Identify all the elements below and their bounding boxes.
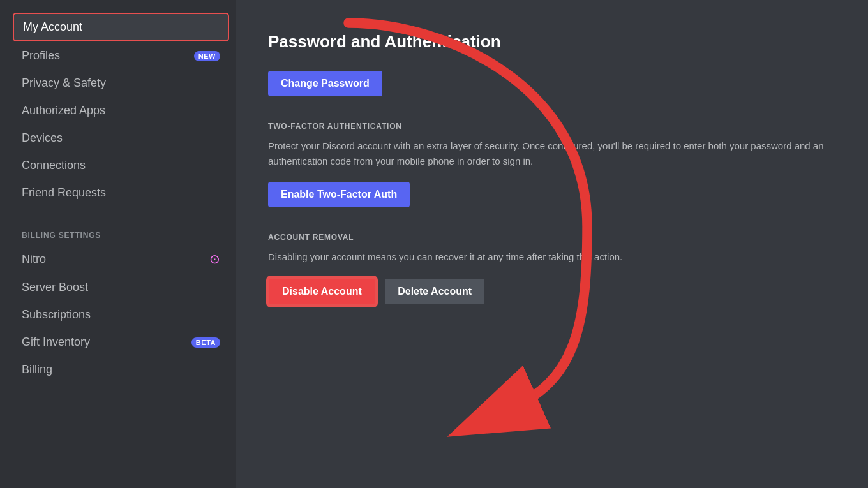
sidebar-item-label: Nitro — [22, 253, 209, 266]
two-factor-description: Protect your Discord account with an ext… — [268, 138, 836, 169]
sidebar-item-gift-inventory[interactable]: Gift Inventory BETA — [13, 329, 229, 355]
sidebar: My Account Profiles NEW Privacy & Safety… — [0, 0, 236, 488]
sidebar-item-authorized-apps[interactable]: Authorized Apps — [13, 98, 229, 124]
sidebar-item-privacy-safety[interactable]: Privacy & Safety — [13, 70, 229, 96]
account-removal-header: ACCOUNT REMOVAL — [268, 233, 836, 242]
sidebar-item-label: Authorized Apps — [22, 104, 220, 117]
change-password-button[interactable]: Change Password — [268, 71, 382, 96]
delete-account-button[interactable]: Delete Account — [385, 279, 484, 304]
disable-account-button[interactable]: Disable Account — [268, 277, 376, 306]
sidebar-item-subscriptions[interactable]: Subscriptions — [13, 302, 229, 328]
sidebar-item-label: Privacy & Safety — [22, 77, 220, 90]
sidebar-item-label: Friend Requests — [22, 186, 220, 200]
two-factor-section: TWO-FACTOR AUTHENTICATION Protect your D… — [268, 122, 836, 207]
sidebar-item-label: Billing — [22, 363, 220, 376]
sidebar-item-label: Server Boost — [22, 281, 220, 294]
account-removal-buttons: Disable Account Delete Account — [268, 277, 836, 306]
badge-beta: BETA — [191, 337, 220, 348]
page-title: Password and Authentication — [268, 32, 836, 52]
sidebar-item-label: Subscriptions — [22, 308, 220, 322]
sidebar-item-label: Profiles — [22, 49, 194, 63]
account-removal-section: ACCOUNT REMOVAL Disabling your account m… — [268, 233, 836, 306]
sidebar-item-nitro[interactable]: Nitro ⊙ — [13, 245, 229, 273]
two-factor-header: TWO-FACTOR AUTHENTICATION — [268, 122, 836, 131]
sidebar-item-label: Devices — [22, 131, 220, 145]
change-password-section: Change Password — [268, 71, 836, 96]
sidebar-item-profiles[interactable]: Profiles NEW — [13, 43, 229, 69]
sidebar-item-my-account[interactable]: My Account — [13, 13, 229, 41]
sidebar-item-connections[interactable]: Connections — [13, 152, 229, 179]
sidebar-item-label: My Account — [23, 20, 219, 34]
sidebar-item-billing[interactable]: Billing — [13, 357, 229, 383]
badge-new: NEW — [194, 51, 220, 61]
account-removal-description: Disabling your account means you can rec… — [268, 249, 836, 265]
sidebar-divider — [22, 214, 220, 214]
sidebar-item-label: Connections — [22, 159, 220, 172]
sidebar-item-server-boost[interactable]: Server Boost — [13, 274, 229, 300]
billing-settings-header: BILLING SETTINGS — [13, 221, 229, 245]
main-content: Password and Authentication Change Passw… — [236, 0, 868, 488]
nitro-icon: ⊙ — [209, 251, 220, 267]
sidebar-item-friend-requests[interactable]: Friend Requests — [13, 180, 229, 206]
enable-two-factor-button[interactable]: Enable Two-Factor Auth — [268, 182, 410, 207]
sidebar-item-devices[interactable]: Devices — [13, 125, 229, 151]
sidebar-item-label: Gift Inventory — [22, 336, 191, 349]
